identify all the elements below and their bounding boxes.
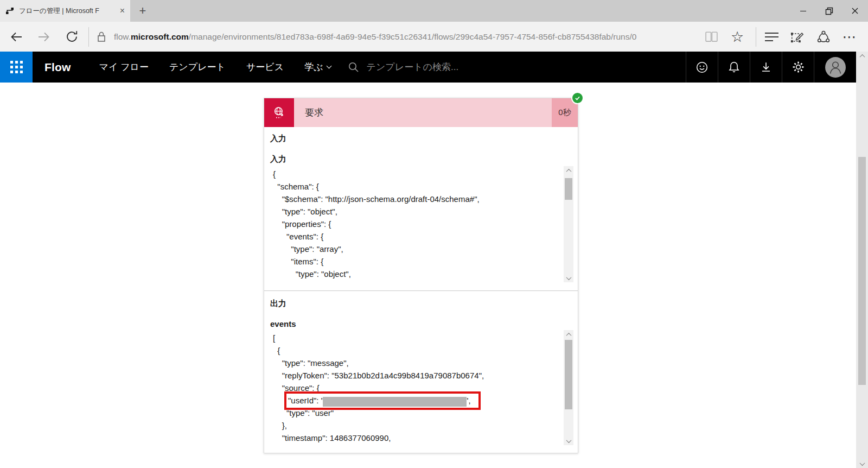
web-note-button[interactable] <box>784 25 810 49</box>
scroll-down-button[interactable] <box>564 437 573 445</box>
nav-item-learn[interactable]: 学ぶ <box>304 61 330 73</box>
input-section-heading: 入力 <box>269 134 575 144</box>
input-box-scrollbar[interactable] <box>564 166 573 282</box>
userid-masked-value: Ub513f0554d60f7430034555b5303366 <box>324 394 465 407</box>
nav-item-my-flows[interactable]: マイ フロー <box>99 61 149 73</box>
nav-item-templates[interactable]: テンプレート <box>169 61 226 73</box>
flow-brand[interactable]: Flow <box>44 61 71 74</box>
check-icon <box>574 94 581 102</box>
new-tab-button[interactable]: + <box>130 0 155 22</box>
forward-button[interactable] <box>33 25 55 49</box>
page-scrollbar[interactable] <box>856 52 868 468</box>
url-prefix: flow. <box>114 32 131 42</box>
scroll-down-button[interactable] <box>564 274 573 282</box>
nav-item-services[interactable]: サービス <box>246 61 284 73</box>
json-line: }, <box>273 419 559 432</box>
share-button[interactable] <box>810 25 837 49</box>
search-icon[interactable] <box>347 61 360 74</box>
scrollbar-thumb[interactable] <box>565 340 572 409</box>
share-icon <box>816 29 831 45</box>
back-arrow-icon <box>9 29 24 45</box>
account-button[interactable] <box>814 52 856 83</box>
userid-json-line: "userId": "Ub513f0554d60f7430034555b5303… <box>273 394 559 407</box>
scroll-up-button[interactable] <box>564 330 573 339</box>
search-input[interactable] <box>367 62 595 73</box>
restore-icon <box>824 5 834 16</box>
minimize-button[interactable] <box>790 0 816 22</box>
site-security-button[interactable] <box>91 30 112 44</box>
smiley-icon <box>695 60 709 74</box>
scrollbar-thumb[interactable] <box>858 157 866 385</box>
http-request-icon <box>264 98 294 127</box>
scroll-up-button[interactable] <box>857 52 867 60</box>
refresh-button[interactable] <box>60 25 83 49</box>
browser-window: フローの管理 | Microsoft F × + flo <box>0 0 868 468</box>
json-line: "events": { <box>273 230 559 243</box>
url-field[interactable]: flow.microsoft.com/manage/environments/8… <box>114 32 695 42</box>
card-header[interactable]: 要求 0秒 <box>264 98 578 127</box>
chevron-down-icon <box>566 275 571 280</box>
browser-tab[interactable]: フローの管理 | Microsoft F × <box>0 0 130 22</box>
json-line: "type": "message", <box>273 357 559 369</box>
scroll-down-button[interactable] <box>857 459 867 468</box>
download-button[interactable] <box>750 52 782 83</box>
feedback-button[interactable] <box>686 52 718 83</box>
hub-button[interactable] <box>758 25 784 49</box>
notifications-button[interactable] <box>718 52 750 83</box>
template-search <box>347 61 595 74</box>
scrollbar-track[interactable] <box>857 60 867 459</box>
back-button[interactable] <box>5 25 28 49</box>
more-options-icon: ⋯ <box>843 29 857 45</box>
scrollbar-track[interactable] <box>564 175 573 274</box>
chevron-down-icon <box>566 438 571 443</box>
output-json-box[interactable]: [ { "type": "message", "replyToken": "53… <box>269 330 575 445</box>
success-check-badge <box>571 92 584 104</box>
tab-close-icon[interactable]: × <box>120 7 125 15</box>
request-action-card: 要求 0秒 入力 入力 { "schema": { "$schema": "ht… <box>264 98 578 453</box>
restore-button[interactable] <box>816 0 842 22</box>
json-line: "timestamp": 1486377060990, <box>273 432 559 444</box>
flow-nav-actions <box>686 52 856 83</box>
json-line: "items": { <box>273 255 559 268</box>
scrollbar-thumb[interactable] <box>565 178 572 200</box>
page-content: Flow マイ フロー テンプレート サービス 学ぶ <box>0 52 868 468</box>
favorites-button[interactable]: ☆ <box>724 25 750 49</box>
user-avatar <box>825 56 846 78</box>
input-json-box[interactable]: { "schema": { "$schema": "http://json-sc… <box>269 166 575 282</box>
refresh-icon <box>65 29 79 44</box>
close-window-button[interactable] <box>842 0 868 22</box>
lock-icon <box>95 30 108 44</box>
more-options-button[interactable]: ⋯ <box>837 25 863 49</box>
json-line: "$schema": "http://json-schema.org/draft… <box>273 193 559 205</box>
json-line: { <box>273 168 559 180</box>
addressbar-actions: ☆ <box>698 25 863 49</box>
flow-navbar: Flow マイ フロー テンプレート サービス 学ぶ <box>0 52 856 83</box>
settings-button[interactable] <box>782 52 814 83</box>
chevron-down-icon <box>859 460 865 466</box>
output-box-scrollbar[interactable] <box>564 330 573 445</box>
gear-icon <box>791 60 806 74</box>
hub-icon <box>765 33 778 41</box>
toolbar-divider <box>756 27 756 47</box>
chevron-up-icon <box>566 332 571 338</box>
app-launcher-button[interactable] <box>0 52 33 83</box>
web-note-icon <box>790 29 805 45</box>
window-controls <box>790 0 868 22</box>
card-title: 要求 <box>294 98 552 127</box>
flow-nav-links: マイ フロー テンプレート サービス 学ぶ <box>99 61 331 73</box>
download-icon <box>759 60 773 74</box>
input-field-label: 入力 <box>269 154 575 165</box>
scroll-up-button[interactable] <box>564 166 573 175</box>
bell-icon <box>727 60 741 74</box>
chevron-up-icon <box>566 168 571 174</box>
card-body: 入力 入力 { "schema": { "$schema": "http://j… <box>264 127 578 453</box>
run-details-canvas: 要求 0秒 入力 入力 { "schema": { "$schema": "ht… <box>0 83 856 468</box>
scrollbar-track[interactable] <box>564 339 573 437</box>
reading-view-book-icon <box>704 30 719 43</box>
json-line: { <box>273 344 559 357</box>
minimize-icon <box>800 11 806 11</box>
url-domain: microsoft.com <box>131 32 189 42</box>
tab-title: フローの管理 | Microsoft F <box>19 7 118 16</box>
reading-view-button[interactable] <box>698 25 724 49</box>
flow-favicon-icon <box>5 7 14 15</box>
